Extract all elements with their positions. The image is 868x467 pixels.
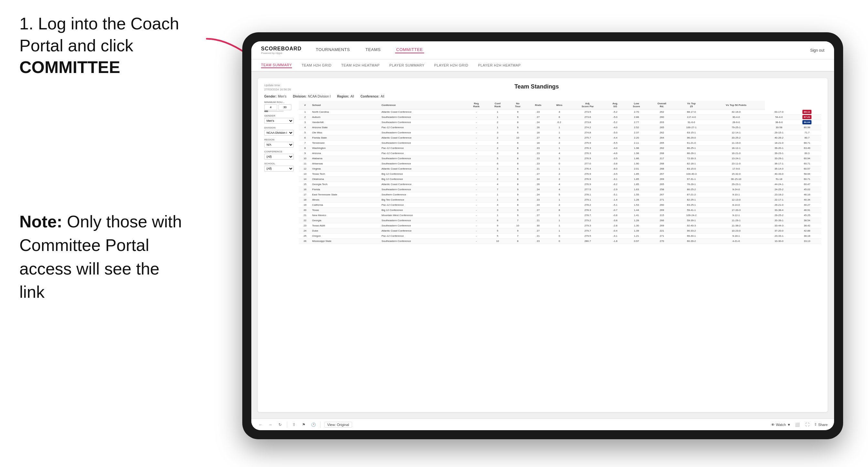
cell-wins: 6.2	[549, 120, 569, 125]
cell-reg-rank: -	[466, 120, 487, 125]
cell-no-tour: 9	[508, 208, 528, 213]
cell-overall: 92-40-3	[676, 223, 707, 228]
school-select[interactable]: (All)	[264, 166, 293, 172]
sub-nav-player-h2h-grid[interactable]: PLAYER H2H GRID	[434, 63, 468, 68]
cell-rnds: 21	[528, 166, 549, 172]
cell-no-tour: 9	[508, 213, 528, 218]
cell-adj-score: 274.2	[570, 125, 606, 130]
cell-avg-sg: 2.52	[625, 125, 648, 130]
toolbar-screenshot-icon[interactable]: ⛶	[804, 422, 810, 428]
table-row: 5 Ole Miss Southeastern Conference - 3 6…	[299, 130, 821, 135]
cell-no-tour: 9	[508, 125, 528, 130]
cell-school: Washington	[311, 146, 380, 151]
cell-rnds: 27	[528, 208, 549, 213]
cell-reg-rank: -	[466, 182, 487, 187]
cell-score-par: -5.1	[606, 192, 625, 197]
cell-points: 38.18	[793, 234, 821, 239]
cell-rank: 24	[299, 228, 311, 234]
division-select[interactable]: NCAA Division I	[264, 130, 293, 136]
note-area: Note: Only those with Committee Portal a…	[20, 210, 187, 304]
nav-tournaments[interactable]: TOURNAMENTS	[315, 47, 351, 53]
cell-conf-rank: 9	[487, 223, 508, 228]
sign-out[interactable]: Sign out	[810, 48, 825, 53]
cell-conference: Southeastern Conference	[380, 187, 466, 192]
th-conf-rank: ConfRank	[487, 101, 508, 110]
cell-vs-top25: 42-16-0	[707, 110, 765, 115]
cell-low-score: 271	[648, 234, 676, 239]
min-rounds-input1[interactable]	[264, 104, 277, 110]
cell-reg-rank: -	[466, 151, 487, 156]
cell-reg-rank: -	[466, 130, 487, 135]
toolbar-expand-icon[interactable]: ⬜	[795, 422, 801, 428]
cell-wins: 8	[549, 208, 569, 213]
sub-nav-player-h2h-heatmap[interactable]: PLAYER H2H HEATMAP	[478, 63, 521, 68]
cell-conf-rank: 1	[487, 110, 508, 115]
division-filter-control: Division NCAA Division I	[264, 126, 293, 136]
cell-rnds: 23	[528, 151, 549, 156]
cell-low-score: 270	[648, 239, 676, 244]
sub-nav-team-h2h-heatmap[interactable]: TEAM H2H HEATMAP	[341, 63, 379, 68]
cell-conference: Atlantic Coast Conference	[380, 110, 466, 115]
cell-rnds: 18	[528, 130, 549, 135]
rounds-slider[interactable]	[264, 111, 284, 112]
standings-title: Team Standings	[291, 83, 782, 90]
cell-conference: Southern Conference	[380, 192, 466, 197]
table-row: 21 New Mexico Mountain West Conference -…	[299, 213, 821, 218]
cell-adj-score: 275.9	[570, 141, 606, 146]
cell-wins: 5	[549, 192, 569, 197]
logo-sub: Powered by clippd	[261, 52, 302, 55]
cell-avg-sg: 1.55	[625, 192, 648, 197]
cell-wins: 4	[549, 182, 569, 187]
cell-points: 45.25	[793, 213, 821, 218]
cell-points: 80.98	[793, 125, 821, 130]
toolbar-bookmark-icon[interactable]: ⚑	[301, 422, 307, 428]
sub-nav-team-summary[interactable]: TEAM SUMMARY	[261, 62, 292, 68]
table-row: 2 Auburn Southeastern Conference - 1 9 2…	[299, 115, 821, 120]
cell-avg-sg: 2.77	[625, 120, 648, 125]
table-row: 11 Arkansas Southeastern Conference - 6 …	[299, 161, 821, 166]
cell-score-par: -4.6	[606, 151, 625, 156]
toolbar-share-icon[interactable]: ⇧	[291, 422, 297, 428]
cell-no-tour: 8	[508, 239, 528, 244]
cell-rnds: 23	[528, 110, 549, 115]
th-rank: #	[299, 101, 311, 110]
cell-score-par: -3.1	[606, 234, 625, 239]
toolbar-clock-icon[interactable]: 🕐	[310, 422, 316, 428]
cell-vs-top25: 9-10-1	[707, 192, 765, 197]
cell-adj-score: 278.1	[570, 192, 606, 197]
region-select[interactable]: N/A	[264, 142, 293, 148]
cell-rnds: 27	[528, 228, 549, 234]
cell-rank: 10	[299, 156, 311, 161]
min-rounds-input2[interactable]	[278, 104, 291, 110]
view-original-button[interactable]: View: Original	[324, 422, 352, 428]
watch-button[interactable]: 👁 Watch ▼	[771, 423, 791, 427]
cell-adj-score: 279.7	[570, 228, 606, 234]
cell-avg-sg: 1.21	[625, 234, 648, 239]
nav-committee[interactable]: COMMITTEE	[395, 47, 425, 53]
conference-select[interactable]: (All)	[264, 154, 293, 160]
cell-rnds: 24	[528, 192, 549, 197]
cell-avg-sg: 2.70	[625, 110, 648, 115]
table-row: 20 Texas Big 12 Conference - 3 9 27 8 27…	[299, 208, 821, 213]
toolbar-forward-icon[interactable]: →	[268, 422, 273, 428]
cell-vs-top25: 17-9-0	[707, 166, 765, 172]
sub-nav-player-summary[interactable]: PLAYER SUMMARY	[389, 63, 425, 68]
cell-points: 40.34	[793, 197, 821, 203]
cell-conference: Big 12 Conference	[380, 172, 466, 177]
cell-rnds: 27	[528, 135, 549, 141]
update-time: Update time: 27/03/2024 16:56:26	[264, 83, 291, 91]
share-button[interactable]: ⇧ Share	[814, 423, 828, 427]
cell-vs-top50: 22-17-1	[765, 197, 793, 203]
nav-teams[interactable]: TEAMS	[364, 47, 382, 53]
toolbar-refresh-icon[interactable]: ↻	[277, 422, 283, 428]
th-no-tour: NoTour	[508, 101, 528, 110]
sub-nav-team-h2h-grid[interactable]: TEAM H2H GRID	[302, 63, 332, 68]
cell-low-score: 271	[648, 197, 676, 203]
cell-conf-rank: 5	[487, 228, 508, 234]
tablet: SCOREBOARD Powered by clippd TOURNAMENTS…	[242, 32, 843, 439]
cell-rank: 16	[299, 187, 311, 192]
toolbar-back-icon[interactable]: ←	[258, 422, 264, 428]
cell-school: Georgia Tech	[311, 182, 380, 187]
gender-select[interactable]: Men's	[264, 118, 293, 124]
cell-conf-rank: 2	[487, 120, 508, 125]
